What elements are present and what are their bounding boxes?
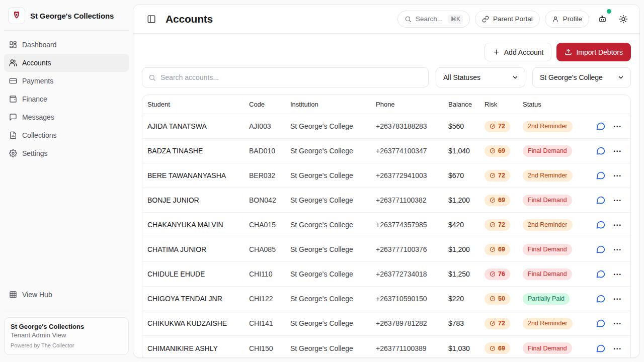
gauge-icon — [490, 296, 496, 302]
table-row[interactable]: BERE TAWANANYASHA BER032 St George's Col… — [142, 163, 630, 188]
row-more-menu-button[interactable]: ... — [613, 268, 621, 280]
risk-score: 76 — [498, 270, 505, 278]
global-search-button[interactable]: Search... ⌘K — [397, 11, 470, 28]
institution: St George's College — [290, 344, 376, 352]
student-code: CHI150 — [249, 344, 290, 352]
parent-portal-button[interactable]: Parent Portal — [475, 11, 540, 28]
balance: $1,040 — [448, 147, 485, 155]
institution: St George's College — [290, 196, 376, 204]
table-row[interactable]: CHATIMA JUNIOR CHA085 St George's Colleg… — [142, 237, 630, 262]
chevron-down-icon — [617, 74, 624, 81]
table-row[interactable]: CHIGOYA TENDAI JNR CHI122 St George's Co… — [142, 287, 630, 311]
balance: $1,200 — [448, 196, 485, 204]
assistant-bot-button[interactable] — [594, 11, 610, 27]
message-student-button[interactable] — [594, 342, 607, 355]
message-student-button[interactable] — [594, 194, 607, 207]
table-row[interactable]: CHIDULE EHUDE CHI110 St George's College… — [142, 262, 630, 287]
institution: St George's College — [290, 270, 376, 278]
status-badge: 2nd Reminder — [523, 318, 573, 329]
accounts-search-field[interactable] — [142, 67, 429, 87]
sidebar-toggle-button[interactable] — [144, 12, 158, 26]
message-student-button[interactable] — [594, 267, 607, 281]
table-row[interactable]: BADZA TINASHE BAD010 St George's College… — [142, 139, 630, 163]
balance: $670 — [448, 171, 485, 179]
sidebar-item-messages[interactable]: Messages — [4, 108, 129, 126]
row-more-menu-button[interactable]: ... — [613, 318, 621, 329]
message-student-button[interactable] — [594, 218, 607, 231]
sidebar-item-view-hub[interactable]: View Hub — [4, 286, 129, 304]
sidebar-item-accounts[interactable]: Accounts — [4, 54, 129, 72]
search-icon — [405, 16, 412, 23]
column-header-balance: Balance — [448, 101, 485, 108]
chat-bubble-icon — [596, 343, 606, 353]
row-more-menu-button[interactable]: ... — [613, 195, 621, 206]
status-badge: Final Demand — [523, 195, 572, 206]
balance: $1,200 — [448, 245, 485, 253]
gauge-icon — [490, 222, 496, 228]
balance: $420 — [448, 221, 485, 229]
risk-score: 72 — [498, 320, 505, 327]
app-title: St George's Collections — [30, 12, 114, 20]
table-row[interactable]: CHIKUKWA KUDZAISHE CHI141 St George's Co… — [142, 311, 630, 336]
import-debtors-button[interactable]: Import Debtors — [556, 43, 631, 61]
add-account-button[interactable]: Add Account — [485, 43, 552, 61]
accounts-search-input[interactable] — [160, 73, 422, 81]
message-student-button[interactable] — [594, 169, 607, 182]
sidebar-item-label: Settings — [22, 149, 48, 157]
risk-score: 69 — [498, 147, 505, 154]
student-code: CHI141 — [249, 319, 290, 327]
student-name: BERE TAWANANYASHA — [147, 171, 249, 179]
row-more-menu-button[interactable]: ... — [613, 170, 621, 181]
student-code: CHA015 — [249, 221, 290, 229]
message-student-button[interactable] — [594, 120, 607, 133]
gauge-icon — [490, 246, 496, 252]
chat-bubble-icon — [596, 170, 606, 180]
sidebar-item-finance[interactable]: Finance — [4, 90, 129, 108]
chat-bubble-icon — [596, 244, 606, 254]
row-more-menu-button[interactable]: ... — [613, 121, 621, 132]
institution-filter-select[interactable]: St George's College — [532, 67, 631, 87]
row-more-menu-button[interactable]: ... — [613, 219, 621, 230]
risk-badge: 72 — [485, 170, 510, 182]
wallet-icon — [9, 95, 17, 103]
student-name: CHIKUKWA KUDZAISHE — [147, 319, 249, 327]
balance: $560 — [448, 122, 485, 130]
column-header-code: Code — [249, 101, 290, 108]
table-row[interactable]: AJIDA TANATSWA AJI003 St George's Colleg… — [142, 114, 630, 139]
gauge-icon — [490, 197, 496, 203]
sidebar-item-collections[interactable]: Collections — [4, 126, 129, 144]
phone: +263710590150 — [376, 295, 448, 303]
sidebar-item-settings[interactable]: Settings — [4, 144, 129, 162]
table-row[interactable]: CHIMANIKIRE ASHLY CHI150 St George's Col… — [142, 336, 630, 358]
row-more-menu-button[interactable]: ... — [613, 343, 621, 354]
student-name: CHIGOYA TENDAI JNR — [147, 295, 249, 303]
risk-score: 50 — [498, 295, 505, 302]
sidebar-item-dashboard[interactable]: Dashboard — [4, 36, 129, 54]
sidebar-nav: Dashboard Accounts Payments Finance Mess… — [4, 36, 129, 162]
sidebar-item-payments[interactable]: Payments — [4, 72, 129, 90]
risk-badge: 76 — [485, 268, 510, 280]
gauge-icon — [490, 345, 496, 351]
column-header-institution: Institution — [290, 101, 376, 108]
row-more-menu-button[interactable]: ... — [613, 145, 621, 156]
student-name: CHIMANIKIRE ASHLY — [147, 344, 249, 352]
message-student-button[interactable] — [594, 317, 607, 330]
risk-badge: 50 — [485, 293, 510, 305]
theme-toggle-button[interactable] — [615, 11, 631, 27]
table-row[interactable]: BONJE JUNIOR BON042 St George's College … — [142, 188, 630, 213]
school-logo — [8, 7, 25, 24]
row-more-menu-button[interactable]: ... — [613, 244, 621, 255]
table-row[interactable]: CHAKANYUKA MALVIN CHA015 St George's Col… — [142, 213, 630, 237]
student-code: CHI110 — [249, 270, 290, 278]
message-student-button[interactable] — [594, 243, 607, 256]
message-student-button[interactable] — [594, 144, 607, 157]
filter-row: All Statuses St George's College — [142, 67, 631, 87]
institution: St George's College — [290, 171, 376, 179]
row-more-menu-button[interactable]: ... — [613, 293, 621, 304]
chat-bubble-icon — [596, 294, 606, 304]
student-code: AJI003 — [249, 122, 290, 130]
balance: $220 — [448, 295, 485, 303]
message-student-button[interactable] — [594, 292, 607, 305]
status-filter-select[interactable]: All Statuses — [436, 67, 525, 87]
profile-button[interactable]: Profile — [545, 11, 589, 28]
